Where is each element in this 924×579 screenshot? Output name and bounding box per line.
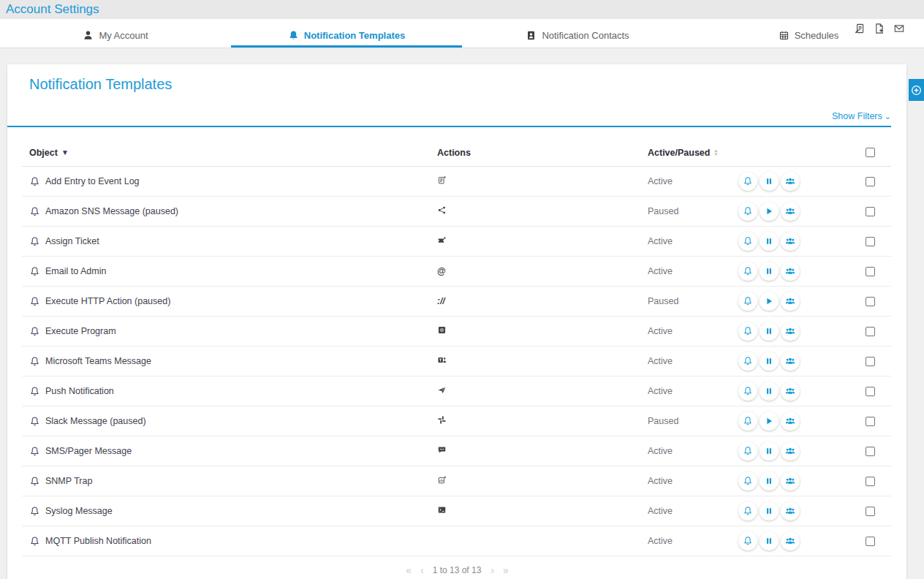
bell-fill-icon xyxy=(288,30,299,41)
pagination: « ‹ 1 to 13 of 13 › » xyxy=(7,564,906,576)
table-row: Push Notification Active xyxy=(22,376,891,406)
notes-icon[interactable] xyxy=(854,23,866,34)
row-checkbox[interactable] xyxy=(866,267,875,276)
action-type-cell: @ xyxy=(430,266,640,276)
row-checkbox[interactable] xyxy=(866,387,875,396)
add-document-icon[interactable] xyxy=(874,23,885,34)
test-notification-button[interactable] xyxy=(738,412,757,431)
bell-icon xyxy=(29,296,40,307)
tab-notification-contacts[interactable]: Notification Contacts xyxy=(462,19,693,48)
select-all-checkbox[interactable] xyxy=(866,148,875,157)
resume-button[interactable] xyxy=(760,412,779,431)
used-by-button[interactable] xyxy=(781,502,800,521)
test-notification-button[interactable] xyxy=(738,172,757,191)
pagination-prev-button[interactable]: ‹ xyxy=(420,564,423,576)
pause-button[interactable] xyxy=(760,442,779,461)
template-name-link[interactable]: MQTT Publish Notification xyxy=(22,536,430,547)
pause-button[interactable] xyxy=(760,232,779,251)
row-checkbox[interactable] xyxy=(866,237,875,246)
status-label: Active xyxy=(640,446,738,456)
template-name-link[interactable]: SNMP Trap xyxy=(22,476,430,487)
tab-my-account[interactable]: My Account xyxy=(0,19,231,48)
sort-desc-icon: ▼ xyxy=(61,148,69,156)
used-by-button[interactable] xyxy=(781,232,800,251)
test-notification-button[interactable] xyxy=(738,292,757,311)
test-notification-button[interactable] xyxy=(738,472,757,491)
show-filters-link[interactable]: Show Filters ⌄ xyxy=(832,111,891,121)
used-by-button[interactable] xyxy=(781,262,800,281)
template-name-link[interactable]: Slack Message (paused) xyxy=(22,416,430,427)
resume-button[interactable] xyxy=(760,292,779,311)
resume-button[interactable] xyxy=(760,202,779,221)
used-by-button[interactable] xyxy=(781,322,800,341)
used-by-button[interactable] xyxy=(781,531,800,550)
row-checkbox[interactable] xyxy=(866,177,875,186)
pagination-label: 1 to 13 of 13 xyxy=(433,565,482,575)
row-checkbox[interactable] xyxy=(866,477,875,486)
pagination-last-button[interactable]: » xyxy=(503,564,508,576)
used-by-button[interactable] xyxy=(781,412,800,431)
template-name-link[interactable]: Add Entry to Event Log xyxy=(22,176,430,187)
play-icon xyxy=(764,416,774,426)
pause-button[interactable] xyxy=(760,502,779,521)
template-name-link[interactable]: Amazon SNS Message (paused) xyxy=(22,206,430,217)
column-header-object[interactable]: Object ▼ xyxy=(22,148,430,158)
test-notification-button[interactable] xyxy=(738,382,757,401)
used-by-button[interactable] xyxy=(781,472,800,491)
play-icon xyxy=(764,296,774,306)
test-notification-button[interactable] xyxy=(738,262,757,281)
status-label: Active xyxy=(640,176,738,186)
pause-button[interactable] xyxy=(760,472,779,491)
column-header-actions: Actions xyxy=(430,148,640,158)
row-checkbox[interactable] xyxy=(866,207,875,216)
envelope-icon[interactable] xyxy=(893,23,905,34)
row-checkbox[interactable] xyxy=(866,537,875,546)
action-type-cell xyxy=(430,325,640,337)
pause-button[interactable] xyxy=(760,382,779,401)
table-row: Amazon SNS Message (paused) Paused xyxy=(22,197,891,227)
row-checkbox[interactable] xyxy=(866,297,875,306)
pause-button[interactable] xyxy=(760,262,779,281)
chevron-down-icon: ⌄ xyxy=(885,113,891,119)
template-name-link[interactable]: SMS/Pager Message xyxy=(22,446,430,457)
pause-button[interactable] xyxy=(760,531,779,550)
test-notification-button[interactable] xyxy=(738,502,757,521)
template-name-link[interactable]: Push Notification xyxy=(22,386,430,397)
row-checkbox[interactable] xyxy=(866,417,875,426)
row-checkbox[interactable] xyxy=(866,327,875,336)
pause-icon xyxy=(764,506,774,516)
template-name-link[interactable]: Execute HTTP Action (paused) xyxy=(22,296,430,307)
used-by-button[interactable] xyxy=(781,442,800,461)
test-notification-button[interactable] xyxy=(738,322,757,341)
action-type-cell xyxy=(430,475,640,487)
status-label: Active xyxy=(640,476,738,486)
used-by-button[interactable] xyxy=(781,202,800,221)
used-by-button[interactable] xyxy=(781,382,800,401)
template-name-link[interactable]: Execute Program xyxy=(22,326,430,337)
template-name-link[interactable]: Microsoft Teams Message xyxy=(22,356,430,367)
test-notification-button[interactable] xyxy=(738,202,757,221)
used-by-button[interactable] xyxy=(781,352,800,371)
test-notification-button[interactable] xyxy=(738,232,757,251)
test-notification-button[interactable] xyxy=(738,352,757,371)
template-name-link[interactable]: Email to Admin xyxy=(22,266,430,277)
table-row: Syslog Message Active xyxy=(22,496,891,526)
tab-notification-templates[interactable]: Notification Templates xyxy=(231,19,462,48)
template-name-link[interactable]: Syslog Message xyxy=(22,506,430,517)
pause-button[interactable] xyxy=(760,172,779,191)
pagination-next-button[interactable]: › xyxy=(491,564,493,576)
pause-button[interactable] xyxy=(760,352,779,371)
test-notification-button[interactable] xyxy=(738,531,757,550)
add-notification-template-button[interactable] xyxy=(909,79,924,101)
pagination-first-button[interactable]: « xyxy=(406,564,411,576)
column-header-status[interactable]: Active/Paused ▲▼ xyxy=(640,148,738,158)
row-checkbox[interactable] xyxy=(866,447,875,456)
test-notification-button[interactable] xyxy=(738,442,757,461)
table-row: Execute HTTP Action (paused) :// Paused xyxy=(22,287,891,317)
used-by-button[interactable] xyxy=(781,172,800,191)
used-by-button[interactable] xyxy=(781,292,800,311)
pause-button[interactable] xyxy=(760,322,779,341)
row-checkbox[interactable] xyxy=(866,507,875,516)
template-name-link[interactable]: Assign Ticket xyxy=(22,236,430,247)
row-checkbox[interactable] xyxy=(866,357,875,366)
